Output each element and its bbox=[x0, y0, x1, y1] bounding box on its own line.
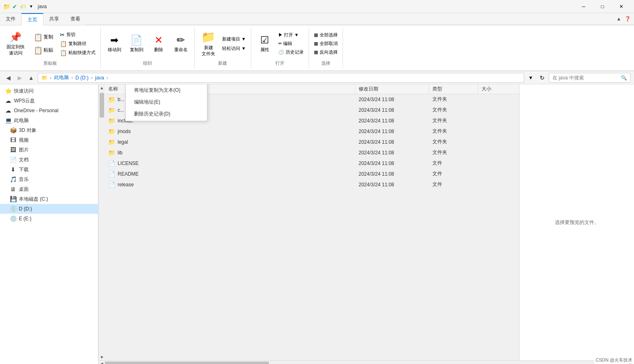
search-input[interactable] bbox=[552, 75, 619, 81]
refresh-button[interactable]: ↻ bbox=[537, 73, 547, 83]
ribbon-help-icon[interactable]: ❓ bbox=[625, 16, 631, 22]
pin-icon: 📌 bbox=[9, 32, 22, 43]
path-drive-d[interactable]: D (D:) bbox=[75, 75, 89, 81]
invert-select-button[interactable]: ▦ 反向选择 bbox=[312, 48, 339, 56]
paste-shortcut-button[interactable]: 📋 粘贴快捷方式 bbox=[58, 49, 97, 57]
window-controls: ─ □ ✕ bbox=[574, 0, 631, 13]
organize-label: 组织 bbox=[143, 59, 152, 67]
paste-button[interactable]: 📋 粘贴 bbox=[30, 44, 57, 57]
file-row-legal[interactable]: 📁 legal 2024/3/24 11:08 文件夹 bbox=[105, 137, 519, 147]
sidebar-item-downloads[interactable]: ⬇ 下载 bbox=[0, 165, 98, 174]
sidebar-item-videos[interactable]: 🎞 视频 bbox=[0, 135, 98, 145]
file-name-readme: 📄 README bbox=[105, 171, 355, 177]
delete-button[interactable]: ✕ 删除 bbox=[148, 33, 169, 54]
file-name-license: 📄 LICENSE bbox=[105, 160, 355, 167]
sidebar-item-this-pc[interactable]: 💻 此电脑 bbox=[0, 115, 98, 125]
copy-to-button[interactable]: 📄 复制到 bbox=[126, 33, 147, 54]
documents-icon: 📄 bbox=[10, 156, 16, 163]
scroll-thumb[interactable] bbox=[100, 93, 104, 118]
path-java[interactable]: java bbox=[95, 75, 104, 81]
h-scroll-track[interactable] bbox=[105, 361, 627, 364]
file-row-jmods[interactable]: 📁 jmods 2024/3/24 11:08 文件夹 bbox=[105, 126, 519, 137]
copy-label: 复制 bbox=[43, 34, 53, 41]
path-this-pc[interactable]: 此电脑 bbox=[54, 74, 69, 81]
search-box[interactable]: 🔍 bbox=[549, 73, 631, 83]
scroll-track[interactable] bbox=[99, 91, 105, 354]
back-button[interactable]: ◀ bbox=[3, 73, 13, 83]
rename-button[interactable]: ✏ 重命名 bbox=[170, 33, 191, 54]
sidebar-item-wps[interactable]: ☁ WPS云盘 bbox=[0, 96, 98, 106]
cut-button[interactable]: ✂ 剪切 bbox=[58, 31, 97, 39]
ribbon-up-arrow[interactable]: ▲ bbox=[616, 16, 621, 22]
folder-icon-yellow: 📁 bbox=[3, 3, 10, 10]
tab-file[interactable]: 文件 bbox=[0, 13, 21, 25]
sidebar-disk-d-label: D (D:) bbox=[19, 206, 95, 212]
tab-share[interactable]: 共享 bbox=[43, 13, 65, 25]
new-folder-button[interactable]: 📁 新建文件夹 bbox=[198, 29, 219, 59]
sidebar-item-onedrive[interactable]: ☁ OneDrive - Personal bbox=[0, 106, 98, 115]
file-row-lib[interactable]: 📁 lib 2024/3/24 11:08 文件夹 bbox=[105, 147, 519, 158]
sidebar-item-music[interactable]: 🎵 音乐 bbox=[0, 174, 98, 184]
easy-access-button[interactable]: 轻松访问 ▼ bbox=[220, 45, 248, 52]
edit-button[interactable]: ✏ 编辑 bbox=[277, 40, 305, 47]
tab-view[interactable]: 查看 bbox=[65, 13, 86, 25]
select-none-label: 全部取消 bbox=[320, 41, 338, 47]
select-none-button[interactable]: ▦ 全部取消 bbox=[312, 40, 339, 47]
sidebar-item-disk-e[interactable]: 💿 E (E:) bbox=[0, 214, 98, 224]
context-menu-item-delete-history[interactable]: 删除历史记录(D) bbox=[126, 108, 207, 120]
col-header-size[interactable]: 大小 bbox=[478, 84, 519, 94]
up-button[interactable]: ▲ bbox=[26, 73, 36, 83]
sidebar-wps-label: WPS云盘 bbox=[14, 97, 95, 104]
copy-path-icon: 📋 bbox=[60, 41, 67, 47]
content-with-scrollbar: ▲ ▼ 名称 修改日期 类型 bbox=[98, 84, 634, 360]
minimize-button[interactable]: ─ bbox=[574, 0, 593, 13]
context-menu-item-edit-address[interactable]: 编辑地址(E) bbox=[126, 96, 207, 108]
sidebar-this-pc-label: 此电脑 bbox=[14, 117, 95, 124]
properties-button[interactable]: ☑ 属性 bbox=[255, 33, 275, 54]
maximize-button[interactable]: □ bbox=[593, 0, 612, 13]
folder-icon-lib: 📁 bbox=[108, 149, 115, 156]
pin-button[interactable]: 📌 固定到快速访问 bbox=[3, 30, 28, 57]
file-name-legal: 📁 legal bbox=[105, 139, 355, 145]
new-item-button[interactable]: 新建项目 ▼ bbox=[220, 35, 248, 43]
clipboard-label: 剪贴板 bbox=[43, 59, 57, 67]
save-icon: ✔ bbox=[11, 3, 18, 10]
history-button[interactable]: 🕐 历史记录 bbox=[277, 48, 305, 56]
address-path[interactable]: 📁 › 此电脑 › D (D:) › java › bbox=[38, 73, 524, 83]
scroll-up-button[interactable]: ▲ bbox=[99, 84, 105, 91]
vertical-scrollbar[interactable]: ▲ ▼ bbox=[98, 84, 105, 360]
col-header-date[interactable]: 修改日期 bbox=[355, 84, 429, 94]
address-dropdown-button[interactable]: ▼ bbox=[526, 73, 536, 83]
move-to-button[interactable]: ➡ 移动到 bbox=[104, 33, 125, 54]
col-header-type[interactable]: 类型 bbox=[429, 84, 478, 94]
copy-button[interactable]: 📋 复制 bbox=[30, 31, 57, 43]
cut-icon: ✂ bbox=[60, 32, 65, 38]
sidebar-pictures-label: 图片 bbox=[19, 147, 95, 154]
close-button[interactable]: ✕ bbox=[612, 0, 631, 13]
file-row-readme[interactable]: 📄 README 2024/3/24 11:08 文件 bbox=[105, 169, 519, 179]
h-scroll-thumb[interactable] bbox=[105, 362, 269, 364]
dropdown-arrow-icon: ▼ bbox=[28, 3, 34, 10]
file-row-release[interactable]: 📄 release 2024/3/24 11:08 文件 bbox=[105, 179, 519, 190]
sidebar-item-desktop[interactable]: 🖥 桌面 bbox=[0, 184, 98, 194]
file-row-license[interactable]: 📄 LICENSE 2024/3/24 11:08 文件 bbox=[105, 158, 519, 169]
sidebar-disk-e-label: E (E:) bbox=[19, 216, 95, 222]
paste-shortcut-icon: 📋 bbox=[60, 50, 67, 56]
scroll-left-button[interactable]: ◀ bbox=[98, 361, 105, 364]
context-menu-item-copy-text[interactable]: 将地址复制为文本(O) bbox=[126, 84, 207, 96]
copy-path-button[interactable]: 📋 复制路径 bbox=[58, 40, 97, 48]
open-button[interactable]: ▶ 打开 ▼ bbox=[277, 31, 305, 39]
sidebar-item-disk-c[interactable]: 💾 本地磁盘 (C:) bbox=[0, 194, 98, 204]
forward-button[interactable]: ▶ bbox=[15, 73, 25, 83]
scroll-down-button[interactable]: ▼ bbox=[99, 354, 105, 360]
sidebar-item-3d[interactable]: 📦 3D 对象 bbox=[0, 125, 98, 135]
folder-icon-conf: 📁 bbox=[108, 107, 115, 113]
sidebar-item-quick-access[interactable]: ⭐ 快速访问 bbox=[0, 86, 98, 96]
tab-home[interactable]: 主页 bbox=[21, 13, 43, 25]
sidebar-item-documents[interactable]: 📄 文档 bbox=[0, 155, 98, 165]
select-all-button[interactable]: ▦ 全部选择 bbox=[312, 31, 339, 39]
sidebar-item-disk-d[interactable]: 💿 D (D:) bbox=[0, 204, 98, 214]
horizontal-scrollbar[interactable]: ◀ ▶ bbox=[98, 360, 634, 364]
history-icon: 🕐 bbox=[278, 50, 284, 55]
sidebar-item-pictures[interactable]: 🖼 图片 bbox=[0, 145, 98, 155]
